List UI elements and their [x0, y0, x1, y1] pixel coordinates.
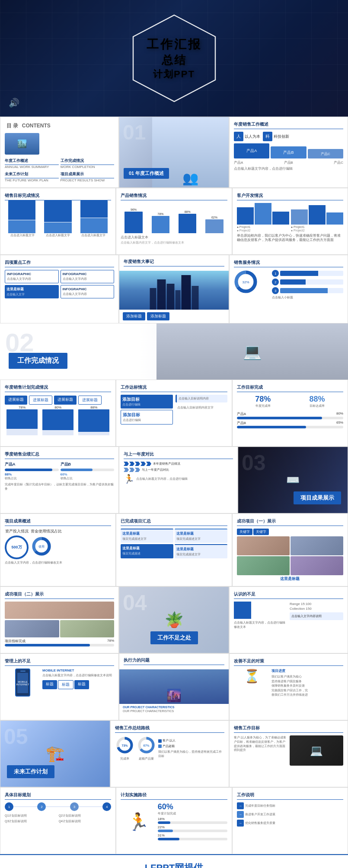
cc-fill2b [42, 430, 73, 435]
tl-line2 [46, 806, 70, 807]
slide-annual-sales-record: 年度销售大事记 添加标题 添加标题 [119, 255, 229, 323]
slide-section5-hero: 🏗️ 05 未来工作计划 [0, 720, 110, 787]
bar-q2-fill2 [44, 222, 72, 233]
impl-right: 60% 年度计划完成 18% 22% 31% [158, 802, 227, 842]
product-bar-2: 78% [148, 212, 173, 233]
key-item-1: INFOGRAPHIC 点击输入文字内容 [5, 270, 59, 283]
bal-icon2: → [237, 811, 244, 818]
section1-label: 01 年度工作概述 [124, 168, 169, 179]
bld6 [192, 286, 198, 310]
target-box3: 点击输入目标说明内容 [176, 395, 227, 402]
imp-title1: 项目进度 [271, 668, 343, 673]
product-sales-title: 产品销售情况 [121, 193, 227, 200]
row-6: 项目成果概述 资产投入情况 500万 资金使用情况占比 使用 点击输入文字内容，… [0, 513, 348, 586]
sales-summary-content: 73% 完成率 67% 超额产品量 客户 [115, 735, 224, 761]
service-content: 32% 1 2 [234, 270, 343, 300]
cust-bars [237, 203, 289, 225]
leg2: 产品超额 [158, 744, 224, 749]
svc-bar-3 [280, 288, 343, 293]
impl-running: 🏃 [121, 802, 155, 842]
slide-success1: 成功项目（一）展示 关键字 关键字 这里是标题 [232, 513, 348, 586]
impl-bar-3: 31% [158, 833, 227, 840]
arr2 [129, 462, 134, 466]
bld2 [157, 279, 166, 310]
bal-text3: 优化销售服务提升质量 [245, 821, 275, 825]
city-icon: 🌆 [166, 688, 182, 703]
product-bar-1: 96% [121, 208, 146, 233]
tgt-num2: 88% [291, 395, 343, 404]
contents-grid: 年度工作概述 ANNUAL WORK SUMMARY 工作完成情况 WORK C… [5, 157, 114, 182]
budget-circle: 500万 [5, 535, 29, 559]
slide-specific-plan: 具体目标规划 1 2 3 4 Q1计划目标说明 Q2计划目标说明 Q3计划目标说… [0, 787, 116, 854]
target-right: 点击输入目标说明内容 点击输入目标说明内容文字 [176, 395, 227, 424]
exec-proj-title: OUR PROJECT CHARACTERISTICS [123, 706, 225, 709]
cust-chart-1: ● Project1 ● Project2 [237, 203, 289, 232]
sp1-1 [237, 536, 290, 555]
management-content: MOBILEINTERNET MOBILE INTERNET 点击输入标题文字内… [5, 668, 114, 697]
q-product-a: 产品A 88% 销售占比 [5, 462, 59, 481]
tl-line1 [13, 806, 37, 807]
tgt-lbl1: 年度完成率 [237, 404, 289, 408]
pie1-label: 完成率 [115, 757, 134, 761]
sales-pies: 73% 完成率 67% 超额产品量 客户 [115, 735, 224, 761]
sales-complete-tags: 进展标题 进展标题 进展标题 进展标题 [5, 395, 111, 405]
pb1 [125, 212, 143, 233]
four-key-title: 四项重点工作 [5, 260, 114, 267]
exec-city: 🌆 [119, 669, 229, 704]
sc-tag2: 进展标题 [29, 396, 52, 405]
balance-item2: → 推进客户开发工作进展 [237, 811, 343, 818]
svc-fill-1 [280, 271, 318, 276]
slide-quarterly-sales: 季度销售业绩汇总 产品A 88% 销售占比 产品B 60% 销售占比 完成年度目… [0, 447, 119, 513]
mgmt-tag3: 标题 [74, 680, 89, 689]
pie-1: 73% [115, 735, 134, 755]
arr3 [135, 462, 140, 466]
recognition-text1: Range 15:100Collection 150 [290, 602, 343, 611]
compare-title: 与上一年度对比 [124, 451, 233, 459]
section4-label: 工作不足之处 [150, 631, 198, 644]
impl-content: 🏃 60% 年度计划完成 18% 22% 31% [121, 802, 227, 842]
hero-title3: 计划PPT [147, 68, 202, 81]
target-box2: 添加目标 点击进行编辑 [121, 410, 172, 424]
compare-text2: 与上一年度产品对比 [142, 468, 169, 472]
slide-completed-projects: 已完成项目汇总 这里是标题 项目完成描述文字 这里是标题 项目完成描述文字 这里… [116, 513, 232, 586]
tgt-bg1 [237, 417, 343, 419]
cust-label1: ● Project1 [237, 225, 289, 228]
row-7: 成功项目（二）展示 项目指标完成78% 🪴 [0, 586, 348, 653]
arr5 [146, 462, 151, 466]
slide-contents: 目 录 CONTENTS 🏙️ 年度工作概述 ANNUAL WORK SUMMA… [0, 117, 119, 188]
pie-container-1: 73% 完成率 [115, 735, 134, 761]
stat-labels: 产品A产品B产品C [234, 160, 343, 165]
tgt-progress-2: 产品B65% [237, 421, 343, 428]
bar-q1 [5, 200, 39, 233]
record-tag2: 添加标题 [147, 312, 169, 320]
row-5: 季度销售业绩汇总 产品A 88% 销售占比 产品B 60% 销售占比 完成年度目… [0, 447, 348, 513]
sales-chart [5, 203, 111, 233]
pie-legend: 客户.以人 产品超额 [158, 738, 224, 748]
speaker-icon: 🔊 [9, 98, 19, 108]
plan-item4: Q4计划目标说明 [59, 819, 112, 824]
service-item-2: 2 [272, 279, 343, 285]
slide-section3-hero: ⌨️ 03 项目成果展示 [238, 447, 348, 513]
pb3 [179, 214, 197, 233]
impl-percent: 60% [158, 802, 227, 811]
success2-sub-photos [5, 620, 114, 637]
recognition-desc: 点击输入标题文字内容，点击进行编辑修改文本 [234, 621, 287, 629]
impl-runner-icon: 🏃 [128, 812, 149, 832]
tl-dot2: 2 [37, 802, 46, 811]
svc-num-2: 2 [272, 279, 279, 285]
impl-progress: 60% 年度计划完成 [158, 802, 227, 816]
tl-line3 [79, 806, 102, 807]
exec-header: 执行力的问题 [119, 654, 229, 669]
hero-title2: 总结 [147, 53, 202, 68]
cc-fill3b [78, 432, 109, 435]
section3-num-bg: 03 [242, 450, 266, 475]
row-9: 🏗️ 05 未来工作计划 销售工作总结路线 73% 完成率 [0, 720, 348, 787]
exec-proj-title2: OUR PROJECT CHARACTERISTICS [123, 710, 225, 713]
bar-q3 [77, 200, 111, 233]
mgmt-left: MOBILEINTERNET [5, 668, 41, 697]
compare-item2: 与上一年度产品对比 [124, 468, 233, 472]
slide-annual-sales-complete: 年度销售计划完成情况 进展标题 进展标题 进展标题 进展标题 78% 80% 8… [0, 380, 116, 447]
svc-small: 点击输入小标题 [272, 295, 343, 300]
customer-desc: 单击原始框内容，我们以客户为中心，快速准确应答客户问题，将准确信息反馈客户，为客… [237, 234, 343, 243]
bar-q3-fill2 [80, 218, 108, 233]
